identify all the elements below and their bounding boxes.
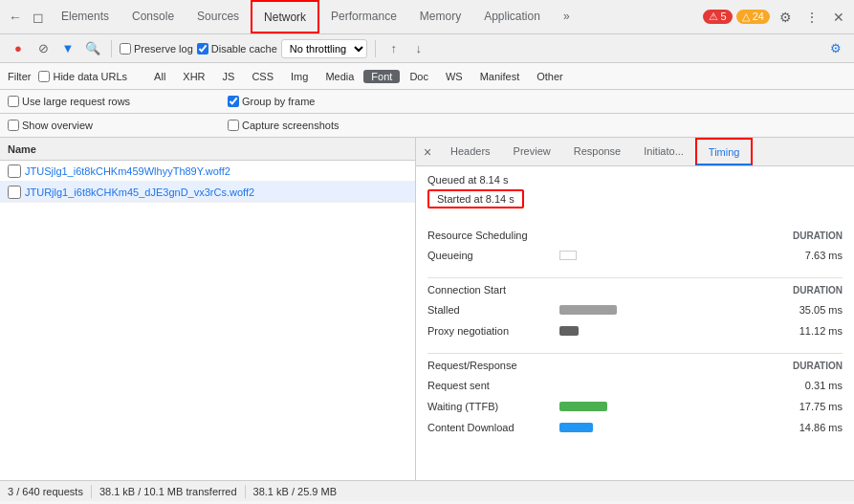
tab-application[interactable]: Application (472, 0, 552, 33)
status-bar: 3 / 640 requests 38.1 kB / 10.1 MB trans… (0, 480, 854, 501)
request-item-2[interactable]: JTURjlg1_i6t8kCHKm45_dJE3gnD_vx3rCs.woff… (0, 182, 415, 203)
status-sep1 (91, 485, 92, 498)
content-download-label: Content Download (427, 422, 552, 433)
tab-sources[interactable]: Sources (186, 0, 251, 33)
content-download-bar (559, 423, 593, 432)
group-by-frame-label: Group by frame (242, 96, 315, 107)
tab-elements[interactable]: Elements (50, 0, 120, 33)
filter-icon[interactable]: ▼ (57, 38, 78, 59)
request-item-1[interactable]: JTUSjlg1_i6t8kCHKm459WlhyyTh89Y.woff2 (0, 161, 415, 182)
filter-css[interactable]: CSS (244, 70, 281, 83)
disable-cache-checkbox[interactable] (197, 43, 208, 55)
preserve-log-label: Preserve log (134, 43, 193, 55)
large-rows-label: Use large request rows (22, 96, 130, 107)
disable-cache-option[interactable]: Disable cache (197, 43, 277, 55)
request-count: 3 / 640 requests (8, 486, 83, 497)
filter-type-buttons: All XHR JS CSS Img Media Font Doc WS Man… (146, 70, 571, 83)
proxy-row: Proxy negotiation 11.12 ms (427, 320, 843, 341)
large-rows-checkbox[interactable] (8, 96, 19, 107)
ttfb-bar (559, 402, 607, 411)
filter-xhr[interactable]: XHR (175, 70, 212, 83)
request-sent-row: Request sent 0.31 ms (427, 375, 843, 396)
item2-checkbox[interactable] (8, 186, 21, 199)
request-response-section: Request/Response DURATION Request sent 0… (427, 360, 843, 438)
transferred-info: 38.1 kB / 10.1 MB transferred (99, 486, 237, 497)
detail-tab-initiator[interactable]: Initiato... (632, 138, 695, 165)
tab-network[interactable]: Network (251, 0, 319, 33)
filter-toolbar: Filter Hide data URLs All XHR JS CSS Img… (0, 63, 854, 90)
capture-screenshots-option[interactable]: Capture screenshots (228, 120, 339, 131)
name-column-header: Name (8, 143, 407, 155)
hide-data-urls-label: Hide data URLs (53, 71, 127, 82)
options-row1: Use large request rows Group by frame (0, 90, 854, 114)
hide-data-urls-checkbox[interactable] (38, 71, 50, 82)
filter-font[interactable]: Font (363, 70, 400, 83)
connection-start-duration-label: DURATION (793, 285, 843, 296)
separator2 (375, 40, 376, 57)
settings-icon[interactable]: ⚙ (774, 6, 797, 29)
capture-screenshots-label: Capture screenshots (242, 120, 339, 131)
list-header: Name (0, 138, 415, 161)
queueing-value: 7.63 ms (776, 250, 843, 261)
upload-icon[interactable]: ↑ (383, 38, 405, 59)
tab-memory[interactable]: Memory (408, 0, 472, 33)
detail-tabs: × Headers Preview Response Initiato... T… (416, 138, 854, 166)
capture-screenshots-checkbox[interactable] (228, 120, 239, 131)
preserve-log-option[interactable]: Preserve log (120, 43, 193, 55)
show-overview-option[interactable]: Show overview (8, 120, 199, 131)
throttle-select[interactable]: No throttling (281, 39, 367, 58)
detail-tab-response[interactable]: Response (562, 138, 633, 165)
tab-performance[interactable]: Performance (319, 0, 408, 33)
disable-cache-label: Disable cache (211, 43, 277, 55)
content-download-row: Content Download 14.86 ms (427, 417, 843, 438)
close-devtools-icon[interactable]: ✕ (827, 6, 850, 29)
detail-tab-timing[interactable]: Timing (695, 138, 754, 165)
options-row2: Show overview Capture screenshots (0, 114, 854, 138)
show-overview-checkbox[interactable] (8, 120, 19, 131)
group-by-frame-option[interactable]: Group by frame (228, 96, 315, 107)
search-icon[interactable]: 🔍 (82, 38, 103, 59)
record-button[interactable]: ● (8, 38, 29, 59)
proxy-value: 11.12 ms (776, 325, 843, 337)
item1-checkbox[interactable] (8, 164, 21, 178)
close-detail-button[interactable]: × (416, 141, 439, 164)
clear-button[interactable]: ⊘ (33, 38, 54, 59)
tab-console[interactable]: Console (120, 0, 186, 33)
queueing-row: Queueing 7.63 ms (427, 245, 843, 266)
download-icon[interactable]: ↓ (408, 38, 429, 59)
connection-start-section: Connection Start DURATION Stalled 35.05 … (427, 284, 843, 341)
request-sent-label: Request sent (427, 380, 552, 391)
request-list: Name JTUSjlg1_i6t8kCHKm459WlhyyTh89Y.wof… (0, 138, 416, 480)
filter-doc[interactable]: Doc (402, 70, 436, 83)
top-toolbar: ← ◻ Elements Console Sources Network Per… (0, 0, 854, 34)
proxy-label: Proxy negotiation (427, 325, 552, 337)
ttfb-bar-area (559, 401, 768, 412)
resource-scheduling-duration-label: DURATION (793, 230, 843, 241)
stalled-row: Stalled 35.05 ms (427, 299, 843, 320)
filter-js[interactable]: JS (215, 70, 243, 83)
large-rows-option[interactable]: Use large request rows (8, 96, 199, 107)
filter-all[interactable]: All (146, 70, 173, 83)
filter-manifest[interactable]: Manifest (472, 70, 528, 83)
detail-tab-headers[interactable]: Headers (439, 138, 502, 165)
stalled-value: 35.05 ms (776, 304, 843, 316)
forward-icon[interactable]: ◻ (27, 6, 50, 29)
filter-ws[interactable]: WS (438, 70, 471, 83)
detail-tab-preview[interactable]: Preview (502, 138, 562, 165)
divider1 (427, 277, 843, 278)
preserve-log-checkbox[interactable] (120, 43, 131, 55)
divider2 (427, 353, 843, 354)
back-icon[interactable]: ← (4, 6, 27, 29)
filter-label: Filter (8, 71, 31, 82)
group-by-frame-checkbox[interactable] (228, 96, 239, 107)
network-settings-icon[interactable]: ⚙ (825, 38, 846, 59)
filter-img[interactable]: Img (283, 70, 316, 83)
hide-data-urls-option[interactable]: Hide data URLs (38, 71, 127, 82)
filter-other[interactable]: Other (529, 70, 571, 83)
request-response-duration-label: DURATION (793, 361, 843, 371)
request-sent-value: 0.31 ms (776, 380, 843, 391)
tab-more[interactable]: » (552, 0, 581, 33)
queueing-bar-area (559, 250, 768, 261)
more-icon[interactable]: ⋮ (800, 6, 823, 29)
filter-media[interactable]: Media (318, 70, 361, 83)
